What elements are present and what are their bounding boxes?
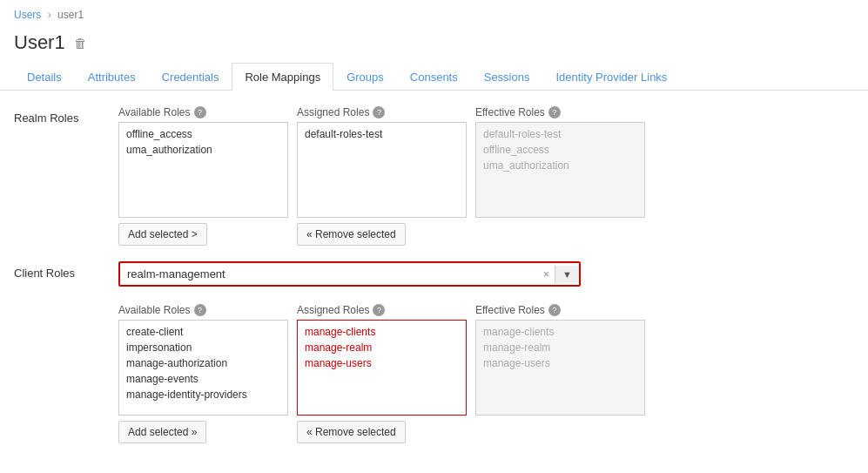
tab-role-mappings[interactable]: Role Mappings [232,63,333,91]
list-item[interactable]: manage-events [119,371,287,387]
breadcrumb-separator: › [48,9,51,21]
tab-details[interactable]: Details [14,63,75,91]
client-available-listbox[interactable]: create-client impersonation manage-autho… [118,320,288,416]
realm-available-label: Available Roles ? [118,106,288,118]
list-item[interactable]: manage-identity-providers [119,387,287,402]
tab-attributes[interactable]: Attributes [75,63,149,91]
client-roles-input[interactable] [120,263,538,285]
realm-available-listbox[interactable]: offline_access uma_authorization [118,122,288,218]
page-title: User1 [14,31,65,54]
list-item[interactable]: impersonation [119,340,287,355]
realm-effective-group: Effective Roles ? default-roles-test off… [475,106,645,246]
tab-identity-provider-links[interactable]: Identity Provider Links [542,63,680,91]
client-roles-label: Client Roles [14,261,118,280]
list-item[interactable]: create-client [119,324,287,340]
realm-available-group: Available Roles ? offline_access uma_aut… [118,106,288,246]
breadcrumb: Users › user1 [0,0,868,26]
client-clear-icon[interactable]: × [538,265,555,284]
tab-credentials[interactable]: Credentials [149,63,232,91]
content-area: Realm Roles Available Roles ? offline_ac… [0,91,868,473]
client-selector-row: × ▼ [118,261,854,287]
client-assigned-group: Assigned Roles ? manage-clients manage-r… [297,304,467,443]
list-item: manage-realm [476,340,644,355]
client-effective-group: Effective Roles ? manage-clients manage-… [475,304,645,443]
realm-assigned-listbox[interactable]: default-roles-test [297,122,467,218]
list-item[interactable]: default-roles-test [298,126,466,142]
tab-consents[interactable]: Consents [397,63,471,91]
list-item[interactable]: manage-authorization [119,355,287,371]
client-dropdown-icon[interactable]: ▼ [555,266,579,283]
list-item: manage-users [476,355,644,371]
realm-effective-listbox: default-roles-test offline_access uma_au… [475,122,645,218]
list-item[interactable]: uma_authorization [119,142,287,158]
list-item: default-roles-test [476,126,644,142]
tab-sessions[interactable]: Sessions [471,63,543,91]
list-item[interactable]: manage-users [298,355,466,371]
realm-roles-label: Realm Roles [14,106,118,125]
breadcrumb-parent-link[interactable]: Users [14,9,41,21]
client-effective-help-icon[interactable]: ? [548,304,561,316]
page-header: User1 🗑 [0,26,868,63]
client-roles-row: Available Roles ? create-client imperson… [118,304,854,443]
realm-roles-grid: Available Roles ? offline_access uma_aut… [118,106,854,246]
client-assigned-help-icon[interactable]: ? [373,304,385,316]
realm-effective-label: Effective Roles ? [475,106,645,118]
client-effective-listbox: manage-clients manage-realm manage-users [475,320,645,416]
realm-assigned-label: Assigned Roles ? [297,106,467,118]
realm-roles-section: Realm Roles Available Roles ? offline_ac… [14,106,854,246]
list-item[interactable]: manage-realm [298,340,466,355]
list-item: offline_access [476,142,644,158]
list-item: uma_authorization [476,158,644,173]
client-add-selected-button[interactable]: Add selected » [118,421,206,443]
realm-available-help-icon[interactable]: ? [194,106,206,118]
realm-assigned-help-icon[interactable]: ? [373,106,385,118]
realm-effective-help-icon[interactable]: ? [548,106,561,118]
delete-user-icon[interactable]: 🗑 [74,36,87,51]
client-available-help-icon[interactable]: ? [194,304,206,316]
list-item[interactable]: manage-clients [298,324,466,340]
breadcrumb-current: user1 [57,9,84,21]
realm-roles-row: Available Roles ? offline_access uma_aut… [118,106,854,246]
client-available-label: Available Roles ? [118,304,288,316]
client-roles-grid: × ▼ Available Roles ? create-client impe… [118,261,854,443]
client-assigned-label: Assigned Roles ? [297,304,467,316]
list-item: manage-clients [476,324,644,340]
list-item[interactable]: offline_access [119,126,287,142]
tabs-bar: Details Attributes Credentials Role Mapp… [0,63,868,91]
realm-add-selected-button[interactable]: Add selected > [118,223,207,246]
client-available-group: Available Roles ? create-client imperson… [118,304,288,443]
client-input-wrapper: × ▼ [118,261,581,287]
tab-groups[interactable]: Groups [333,63,397,91]
realm-assigned-group: Assigned Roles ? default-roles-test « Re… [297,106,467,246]
client-assigned-listbox[interactable]: manage-clients manage-realm manage-users [297,320,467,416]
client-remove-selected-button[interactable]: « Remove selected [297,421,406,443]
client-effective-label: Effective Roles ? [475,304,645,316]
client-roles-section: Client Roles × ▼ Available Roles ? [14,261,854,443]
realm-remove-selected-button[interactable]: « Remove selected [297,223,406,246]
